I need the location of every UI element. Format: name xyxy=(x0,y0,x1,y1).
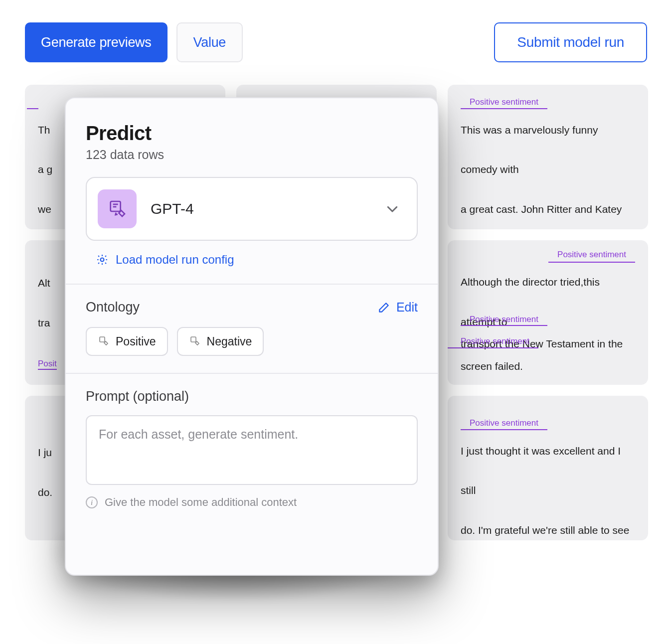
card-text: I ju xyxy=(38,447,52,458)
edit-label: Edit xyxy=(396,300,418,315)
card-text: do. I'm grateful we're still able to see xyxy=(461,524,629,536)
sentiment-tag: Positive sentiment xyxy=(548,249,635,263)
card-text: Alt xyxy=(38,277,50,289)
top-bar: Generate previews Value Submit model run xyxy=(25,22,647,62)
card-text: a g xyxy=(38,163,52,175)
submit-model-run-button[interactable]: Submit model run xyxy=(494,22,647,62)
section-divider xyxy=(66,373,438,374)
chevron-down-icon xyxy=(385,201,400,216)
card-text: screen failed. xyxy=(461,360,523,372)
value-button[interactable]: Value xyxy=(176,22,243,62)
load-config-label: Load model run config xyxy=(116,253,234,267)
ontology-title: Ontology xyxy=(86,300,140,315)
model-icon xyxy=(98,189,137,228)
predict-panel: Predict 123 data rows GPT-4 Load mod xyxy=(65,97,439,576)
svg-rect-3 xyxy=(191,337,196,342)
svg-rect-2 xyxy=(100,337,105,342)
gear-icon xyxy=(96,253,109,266)
pencil-icon xyxy=(377,301,390,314)
sentiment-tag: Positive sentiment xyxy=(461,98,547,109)
prompt-hint: i Give the model some additional context xyxy=(86,496,418,509)
card-text: we xyxy=(38,203,51,215)
label-icon xyxy=(98,335,110,347)
model-name: GPT-4 xyxy=(151,200,371,217)
card-text: do. xyxy=(38,486,52,498)
label-icon xyxy=(189,335,201,347)
card-text: scre xyxy=(38,382,58,385)
ontology-edit-link[interactable]: Edit xyxy=(377,300,418,315)
svg-point-1 xyxy=(101,258,104,262)
ontology-chips: Positive Negative xyxy=(86,327,418,356)
prompt-title: Prompt (optional) xyxy=(86,389,418,404)
section-divider xyxy=(66,284,438,285)
generate-previews-button[interactable]: Generate previews xyxy=(25,22,168,62)
preview-card: Positive sentiment This was a marvelousl… xyxy=(448,85,648,229)
hint-text: Give the model some additional context xyxy=(105,496,297,509)
chip-label: Negative xyxy=(207,335,252,348)
preview-card: Positive sentiment Although the director… xyxy=(448,240,648,385)
card-text: Th xyxy=(38,124,50,136)
sentiment-tag: Positive sentiment xyxy=(461,419,547,430)
load-model-run-config-link[interactable]: Load model run config xyxy=(96,253,418,267)
chip-label: Positive xyxy=(116,335,156,348)
predict-title: Predict xyxy=(86,122,418,145)
card-text: I just thought it was excellent and I st… xyxy=(461,445,621,496)
sentiment-tag xyxy=(27,98,38,109)
sentiment-tag: Posit xyxy=(38,359,57,370)
prompt-input[interactable] xyxy=(86,415,418,485)
ontology-chip-negative[interactable]: Negative xyxy=(177,327,264,356)
card-text: a great cast. John Ritter and Katey Saga… xyxy=(461,203,622,229)
info-icon: i xyxy=(86,496,98,508)
card-text: This was a marvelously funny comedy with xyxy=(461,124,598,175)
ontology-chip-positive[interactable]: Positive xyxy=(86,327,168,356)
predict-subtitle: 123 data rows xyxy=(86,148,418,162)
card-text: tra xyxy=(38,317,50,328)
preview-card: Positive sentiment I just thought it was… xyxy=(448,396,648,540)
model-picker[interactable]: GPT-4 xyxy=(86,177,418,241)
